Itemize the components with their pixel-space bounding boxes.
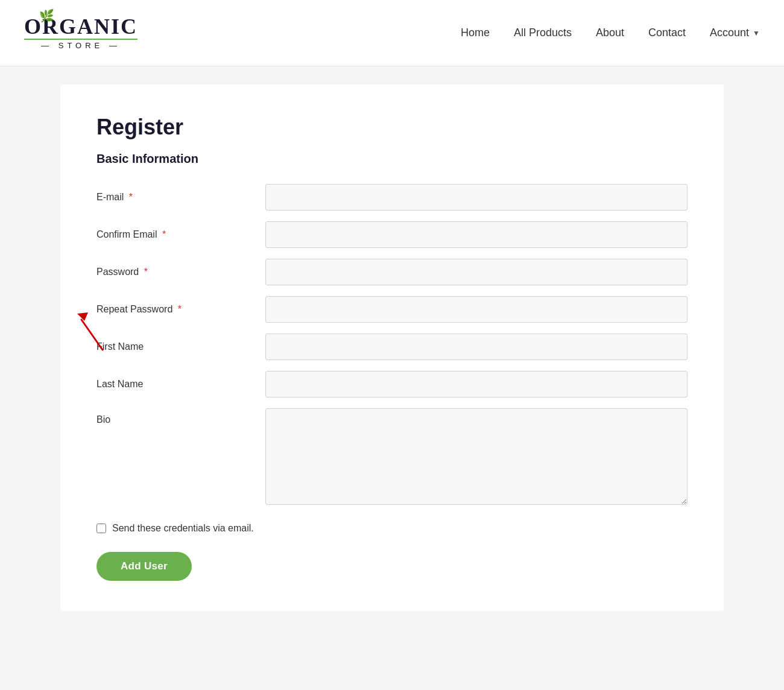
bio-textarea[interactable]: [265, 408, 688, 505]
svg-marker-1: [77, 312, 88, 321]
page-title: Register: [96, 115, 688, 140]
nav-all-products[interactable]: All Products: [514, 27, 572, 39]
chevron-down-icon: ▼: [753, 29, 760, 37]
credentials-checkbox[interactable]: [96, 524, 106, 533]
logo-organic: ORGANIC: [24, 16, 138, 37]
nav-contact[interactable]: Contact: [648, 27, 686, 39]
password-required: *: [144, 267, 148, 277]
nav-account[interactable]: Account ▼: [710, 27, 760, 39]
last-name-label: Last Name: [96, 379, 265, 390]
password-row: Password *: [96, 259, 688, 285]
logo-store: — STORE —: [24, 39, 138, 50]
add-user-button[interactable]: Add User: [96, 552, 192, 581]
first-name-row: First Name: [96, 334, 688, 360]
register-form: E-mail * Confirm Email * Password *: [96, 184, 688, 581]
credentials-checkbox-row: Send these credentials via email.: [96, 523, 688, 534]
nav-account-label: Account: [710, 27, 749, 39]
repeat-password-required: *: [178, 304, 182, 314]
first-name-input[interactable]: [265, 334, 688, 360]
credentials-checkbox-label: Send these credentials via email.: [112, 523, 254, 534]
email-required: *: [129, 192, 133, 202]
nav-home[interactable]: Home: [461, 27, 490, 39]
last-name-input[interactable]: [265, 371, 688, 397]
repeat-password-label: Repeat Password *: [96, 304, 265, 315]
repeat-password-input[interactable]: [265, 296, 688, 323]
last-name-row: Last Name: [96, 371, 688, 397]
main-nav: Home All Products About Contact Account …: [461, 27, 760, 39]
email-label: E-mail *: [96, 192, 265, 203]
main-content: Register Basic Information E-mail * Conf…: [0, 66, 784, 629]
confirm-email-label: Confirm Email *: [96, 229, 265, 240]
confirm-email-required: *: [162, 229, 166, 239]
nav-about[interactable]: About: [596, 27, 624, 39]
site-header: ORGANIC — STORE — Home All Products Abou…: [0, 0, 784, 66]
register-form-card: Register Basic Information E-mail * Conf…: [60, 84, 724, 611]
password-label: Password *: [96, 267, 265, 277]
first-name-label: First Name: [96, 341, 265, 352]
confirm-email-row: Confirm Email *: [96, 221, 688, 248]
logo[interactable]: ORGANIC — STORE —: [24, 16, 138, 50]
bio-row: Bio: [96, 408, 688, 505]
repeat-password-row: Repeat Password *: [96, 296, 688, 323]
email-input[interactable]: [265, 184, 688, 210]
email-row: E-mail *: [96, 184, 688, 210]
confirm-email-input[interactable]: [265, 221, 688, 248]
bio-label: Bio: [96, 408, 265, 425]
section-title: Basic Information: [96, 152, 688, 166]
password-input[interactable]: [265, 259, 688, 285]
